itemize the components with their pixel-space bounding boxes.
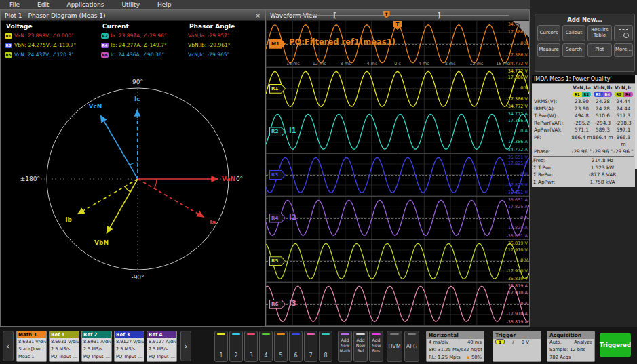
badge-title: Ref 3 — [115, 331, 144, 338]
channel-badge-r6[interactable]: R6 — [269, 300, 286, 309]
scroll-right-icon[interactable]: › — [180, 331, 191, 361]
waveform-row-r4[interactable]: R4I235.651 A17.825 A0 A-17.825 A-35.651 … — [266, 197, 529, 240]
scale-label: 17.910 A — [508, 290, 528, 296]
channel-badge-r5[interactable]: R5 — [269, 256, 286, 266]
waveform-row-r3[interactable]: R335.651 V17.825 V0 V-17.825 V-35.651 V — [266, 154, 529, 197]
menu-item-file[interactable]: File — [9, 1, 20, 8]
phasor-table-row: R5VcN: 24.437V, ∠120.3°R6Ic: 24.436A, ∠9… — [1, 52, 265, 61]
channel-color-stripe — [307, 333, 315, 335]
button-draw-a-box-icon[interactable] — [614, 25, 633, 41]
summary-value: -877.8 VAR — [571, 171, 634, 179]
minimap-track — [286, 15, 509, 16]
results-value: 866.3 m — [613, 134, 634, 148]
badge-ref-3[interactable]: Ref 38.9127 V/div2.5 MS/sPQ_Input_... — [114, 331, 144, 362]
minimap-trigger-icon[interactable]: T — [383, 11, 390, 18]
afg-button[interactable]: AFG — [404, 331, 419, 362]
badge-line: 2.5 MS/s — [82, 346, 111, 353]
phasor-plot-panel: Plot 1 - Phasor Diagram (Meas 1) × Volta… — [0, 9, 265, 327]
time-axis-label: 4 ms — [419, 61, 429, 66]
button-add-new-bus[interactable]: AddNewBus — [369, 331, 383, 362]
waveform-row-r1[interactable]: R134.772 V17.386 V0 V-17.386 V-34.772 V — [266, 68, 529, 111]
badge-line: Static[low... — [17, 346, 46, 353]
menu-item-edit[interactable]: Edit — [37, 1, 49, 8]
badge-ref-2[interactable]: Ref 28.6931 A/div2.5 MS/sPQ_Input_... — [81, 331, 112, 362]
badge-line: 2.5 MS/s — [50, 346, 79, 353]
ref-badge-r2: R2 — [101, 33, 109, 39]
button-more-[interactable]: More... — [614, 43, 633, 57]
minimap-bracket-close[interactable]: ] — [438, 12, 441, 19]
panel-drag-handle-icon[interactable] — [532, 161, 536, 171]
scale-label: -35.819 A — [506, 319, 528, 325]
channel-color-stripe — [262, 333, 270, 335]
minimap-bracket-open[interactable]: [ — [333, 12, 336, 19]
channel-badge-m1[interactable]: M1 — [269, 39, 286, 49]
waveform-row-m1[interactable]: M1PQ:Filtered ref1(meas1)34.772 V17.386 … — [266, 21, 529, 68]
waveform-titlebar[interactable]: Waveform View []T — [266, 10, 529, 21]
button-callout[interactable]: Callout — [562, 25, 585, 41]
waveform-row-r5[interactable]: R535.819 V17.910 V0 V-17.910 V-35.819 V — [266, 240, 529, 283]
scale-label: 34.772 A — [508, 111, 528, 117]
badge-line: 2.5 MS/s — [115, 346, 144, 353]
dvm-button[interactable]: DVM — [387, 331, 402, 362]
results-col-header: VaN,Ia — [571, 85, 592, 91]
triggered-status-button[interactable]: Triggered — [600, 333, 631, 357]
menu-item-utility[interactable]: Utility — [121, 1, 139, 8]
scale-label: 0 V — [520, 171, 528, 177]
results-badge[interactable]: IMDA Meas 1: Power Quality' VaN,IaVbN,Ib… — [532, 75, 635, 187]
phasor-vector-ia — [138, 179, 204, 217]
badge-ref-1[interactable]: Ref 18.6931 V/div2.5 MS/sPQ_Input_... — [49, 331, 79, 362]
channel-button-4[interactable]: 4 — [259, 331, 273, 362]
results-col-header: VbN,Ib — [592, 85, 613, 91]
badge-line: PQ_Input_... — [50, 353, 79, 361]
results-col-badges: R1R2R3R4R5R6 — [533, 92, 634, 97]
horizontal-badge[interactable]: Horizontal4 ms/div40 msSR: 31.25 MS/s32 … — [426, 331, 484, 362]
current-readout: R2Ia: 23.897A, ∠-29.96° — [101, 33, 167, 39]
channel-button-3[interactable]: 3 — [244, 331, 258, 362]
ref-pair-badge: R1R2 — [573, 92, 591, 97]
channel-button-8[interactable]: 8 — [319, 331, 332, 362]
badge-ref-4[interactable]: Ref 48.9127 A/div2.5 MS/sPQ_Input_... — [147, 331, 177, 362]
scale-label: -17.910 A — [506, 311, 528, 317]
time-axis-label: 8 ms — [445, 61, 456, 66]
trigger-badge[interactable]: Trigger1/0 V — [493, 331, 541, 362]
waveform-grid[interactable]: M1PQ:Filtered ref1(meas1)34.772 V17.386 … — [266, 21, 529, 326]
button-search[interactable]: Search — [562, 43, 585, 57]
close-icon[interactable]: × — [255, 12, 260, 19]
channel-button-5[interactable]: 5 — [274, 331, 288, 362]
channel-badge-r3[interactable]: R3 — [269, 170, 286, 180]
acquisition-title: Acquisition — [547, 331, 594, 339]
button-cursors[interactable]: Cursors — [537, 25, 560, 41]
summary-label: Σ RePwr: — [533, 171, 571, 179]
menu-item-applications[interactable]: Applications — [67, 1, 104, 8]
channel-badge-r1[interactable]: R1 — [269, 84, 286, 94]
results-value: 23.90 — [571, 106, 592, 113]
acquisition-badge[interactable]: AcquisitionAuto,AnalyzeSample: 12 bits78… — [547, 331, 595, 362]
button-add-new-ref[interactable]: AddNewRef — [353, 331, 368, 362]
results-row: RePwr(VAR):-285.2-294.3-298.3 — [533, 120, 634, 127]
badge-line: 8.6931 V/div — [50, 338, 79, 346]
channel-badge-r4[interactable]: R4 — [269, 214, 286, 223]
results-row-label: VRMS(V): — [533, 98, 571, 106]
button-add-new-math[interactable]: AddNewMath — [338, 331, 352, 362]
channel-button-6[interactable]: 6 — [289, 331, 303, 362]
scale-label: -17.386 A — [506, 139, 528, 144]
waveform-row-r2[interactable]: R2I134.772 A17.386 A0 A-17.386 A-34.772 … — [266, 110, 529, 154]
channel-badge-r2[interactable]: R2 — [269, 127, 286, 136]
badge-math-1[interactable]: Math 18.6931 V/divStatic[low...Meas 1 — [16, 331, 47, 362]
channel-button-1[interactable]: 1 — [214, 331, 228, 362]
results-value: 517.3 — [613, 113, 634, 120]
button-results-table[interactable]: Results Table — [587, 25, 612, 41]
voltage-readout: R5VcN: 24.437V, ∠120.3° — [5, 52, 74, 58]
channel-button-2[interactable]: 2 — [229, 331, 243, 362]
menu-item-help[interactable]: Help — [157, 1, 172, 8]
phasor-vector-vcn — [101, 116, 138, 179]
time-axis-label: 0 s — [394, 61, 401, 66]
waveform-row-r6[interactable]: R6I335.819 A17.910 A0 A-17.910 A-35.819 … — [266, 283, 529, 326]
settings-bar: ‹Math 18.6931 V/divStatic[low...Meas 1Re… — [0, 327, 637, 364]
button-measure[interactable]: Measure — [537, 43, 560, 57]
channel-button-7[interactable]: 7 — [304, 331, 317, 362]
svg-text:-90°: -90° — [131, 274, 144, 281]
scroll-left-icon[interactable]: ‹ — [3, 331, 14, 361]
phasor-panel-titlebar[interactable]: Plot 1 - Phasor Diagram (Meas 1) × — [1, 10, 265, 21]
button-plot[interactable]: Plot — [587, 43, 612, 57]
